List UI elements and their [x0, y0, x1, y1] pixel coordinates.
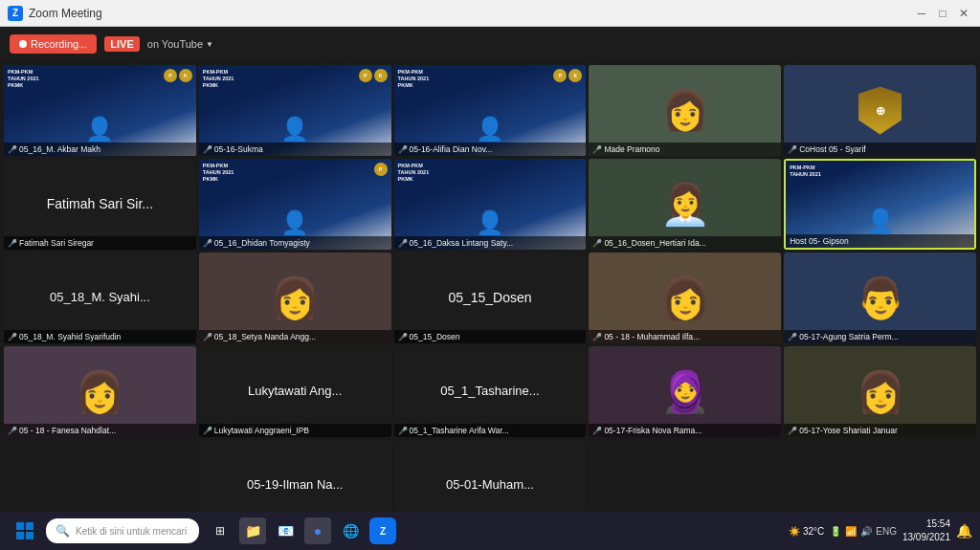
mic-muted-icon-1: 🎤 — [8, 145, 17, 154]
app-icon: Z — [8, 6, 23, 21]
participant-name-13: 05_15_Dosen — [410, 332, 460, 341]
participant-label-3: 🎤 05-16-Alifia Dian Nov... — [394, 143, 587, 156]
participant-tile-16: 👩 🎤 05 - 18 - Fanesa Nahdlat... — [4, 346, 196, 437]
participant-label-16: 🎤 05 - 18 - Fanesa Nahdlat... — [4, 424, 196, 437]
mic-muted-icon-12: 🎤 — [203, 333, 212, 341]
mic-muted-icon-19: 🎤 — [592, 427, 602, 435]
participant-tile-10: PKM-PKMTAHUN 2021 👤 Host 05- Gipson — [784, 159, 976, 250]
participant-name-7: 05_16_Dhidan Tomyagisty — [214, 238, 310, 248]
time-display: 15:54 — [902, 517, 950, 531]
zoom-toolbar: Recording... LIVE on YouTube — [0, 27, 980, 61]
mic-muted-icon-7: 🎤 — [203, 239, 212, 248]
participant-name-8: 05_16_Daksa Lintang Saty... — [410, 238, 514, 248]
participant-tile-12: 👩 🎤 05_18_Setya Nanda Angg... — [199, 253, 391, 343]
participant-name-large-17: Lukytawati Ang... — [244, 380, 345, 404]
participant-name-2: 05-16-Sukma — [214, 144, 263, 154]
mic-muted-icon-3: 🎤 — [398, 145, 408, 154]
search-icon: 🔍 — [56, 524, 70, 538]
participant-label-17: 🎤 Lukytawati Anggraeni_IPB — [199, 424, 391, 437]
record-dot — [19, 40, 27, 48]
participant-name-large-11: 05_18_M. Syahi... — [46, 286, 154, 310]
mic-muted-icon-18: 🎤 — [398, 427, 408, 435]
participant-name-10: Host 05- Gipson — [790, 236, 848, 246]
participant-label-8: 🎤 05_16_Daksa Lintang Saty... — [394, 236, 587, 250]
taskbar-right: ☀️ 32°C 🔋 📶 🔊 ENG 15:54 13/09/2021 🔔 — [789, 517, 972, 544]
recording-label: Recording... — [31, 38, 87, 50]
participant-tile-4: 👩 🎤 Made Pramono — [589, 65, 781, 156]
participant-name-3: 05-16-Alifia Dian Nov... — [410, 144, 493, 154]
participant-label-11: 🎤 05_18_M. Syahid Syarifudin — [4, 330, 196, 343]
participant-label-12: 🎤 05_18_Setya Nanda Angg... — [199, 330, 391, 343]
mic-muted-icon-4: 🎤 — [592, 145, 602, 154]
participant-tile-18: 05_1_Tasharine... 🎤 05_1_Tasharine Arifa… — [394, 346, 587, 437]
participant-label-6: 🎤 Fatimah Sari Siregar — [4, 236, 196, 250]
participant-label-14: 🎤 05 - 18 - Muhammad Ilfa... — [589, 330, 781, 343]
participant-name-15: 05-17-Agung Satria Perm... — [799, 332, 898, 341]
participant-label-13: 🎤 05_15_Dosen — [394, 330, 587, 343]
participant-name-5: CoHost 05 - Syarif — [799, 144, 865, 154]
recording-button[interactable]: Recording... — [10, 34, 97, 54]
participant-label-9: 🎤 05_16_Dosen_Hertiari Ida... — [589, 236, 781, 250]
participant-tile-2: PKM-PKMTAHUN 2021PKMK PK 👤 🎤 05-16-Sukma — [199, 65, 391, 156]
participant-tile-3: PKM-PKMTAHUN 2021PKMK PK 👤 🎤 05-16-Alifi… — [394, 65, 587, 156]
file-explorer-icon[interactable]: 📁 — [239, 517, 266, 544]
date-display: 13/09/2021 — [902, 531, 950, 544]
mail-icon[interactable]: 📧 — [272, 517, 299, 544]
meeting-grid: PKM-PKMTAHUN 2021PKMK PK 👤 🎤 05_16_M. Ak… — [0, 61, 980, 512]
participant-tile-17: Lukytawati Ang... 🎤 Lukytawati Anggraeni… — [199, 346, 391, 437]
youtube-button[interactable]: on YouTube — [147, 38, 213, 50]
participant-name-6: Fatimah Sari Siregar — [19, 238, 94, 248]
search-placeholder: Ketik di sini untuk mencari — [76, 526, 187, 537]
temperature: 32°C — [803, 526, 824, 537]
participant-tile-20: 👩 🎤 05-17-Yose Shariati Januar — [784, 346, 976, 437]
participant-name-large-18: 05_1_Tasharine... — [436, 380, 543, 404]
participant-name-12: 05_18_Setya Nanda Angg... — [214, 332, 316, 341]
zoom-taskbar-icon[interactable]: Z — [369, 517, 396, 544]
edge-icon[interactable]: 🌐 — [337, 517, 364, 544]
participant-label-18: 🎤 05_1_Tasharine Arifa War... — [394, 424, 587, 437]
participant-name-large-13: 05_15_Dosen — [444, 285, 535, 310]
participant-tile-14: 👩 🎤 05 - 18 - Muhammad Ilfa... — [589, 253, 781, 343]
participant-name-9: 05_16_Dosen_Hertiari Ida... — [604, 238, 705, 248]
participant-label-15: 🎤 05-17-Agung Satria Perm... — [784, 330, 976, 343]
participant-tile-6: Fatimah Sari Sir... 🎤 Fatimah Sari Sireg… — [4, 159, 196, 250]
mic-muted-icon-15: 🎤 — [788, 333, 797, 341]
close-button[interactable]: ✕ — [955, 5, 972, 22]
taskbar: 🔍 Ketik di sini untuk mencari ⊞ 📁 📧 ● 🌐 … — [0, 512, 980, 550]
participant-tile-8: PKM-PKMTAHUN 2021PKMK 👤 🎤 05_16_Daksa Li… — [394, 159, 587, 250]
maximize-button[interactable]: □ — [934, 5, 951, 22]
participant-name-large-22: 05-19-Ilman Na... — [243, 473, 346, 497]
search-box[interactable]: 🔍 Ketik di sini untuk mencari — [46, 518, 199, 543]
mic-muted-icon-6: 🎤 — [8, 239, 17, 248]
start-button[interactable] — [8, 516, 42, 546]
task-view-button[interactable]: ⊞ — [207, 517, 234, 544]
wifi-icon: 📶 — [845, 526, 857, 537]
participant-name-17: Lukytawati Anggraeni_IPB — [214, 426, 309, 435]
chrome-icon[interactable]: ● — [304, 517, 331, 544]
language-indicator: ENG — [876, 526, 897, 537]
participant-name-20: 05-17-Yose Shariati Januar — [799, 426, 898, 435]
notification-icon[interactable]: 🔔 — [956, 523, 972, 539]
mic-muted-icon-9: 🎤 — [592, 239, 602, 248]
minimize-button[interactable]: ─ — [913, 5, 930, 22]
mic-muted-icon-17: 🎤 — [203, 427, 212, 435]
participant-name-large-6: Fatimah Sari Sir... — [43, 191, 157, 216]
participant-label-19: 🎤 05-17-Friska Nova Rama... — [589, 424, 781, 437]
live-badge: LIVE — [104, 36, 139, 52]
weather-info: ☀️ 32°C — [789, 526, 824, 537]
participant-name-4: Made Pramono — [604, 144, 659, 154]
windows-icon — [16, 522, 33, 539]
title-bar-text: Zoom Meeting — [29, 7, 907, 20]
participant-label-2: 🎤 05-16-Sukma — [199, 143, 391, 156]
participant-label-7: 🎤 05_16_Dhidan Tomyagisty — [199, 236, 391, 250]
taskbar-icons: ⊞ 📁 📧 ● 🌐 Z — [207, 517, 396, 544]
participant-tile-15: 👨 🎤 05-17-Agung Satria Perm... — [784, 253, 976, 343]
mic-muted-icon-13: 🎤 — [398, 333, 408, 341]
participant-label-1: 🎤 05_16_M. Akbar Makh — [4, 143, 196, 156]
battery-icon: 🔋 — [830, 526, 841, 537]
participant-tile-13: 05_15_Dosen 🎤 05_15_Dosen — [394, 253, 587, 343]
participant-label-5: 🎤 CoHost 05 - Syarif — [784, 143, 976, 156]
mic-muted-icon-20: 🎤 — [788, 427, 797, 435]
participant-name-18: 05_1_Tasharine Arifa War... — [410, 426, 509, 435]
participant-tile-19: 🧕 🎤 05-17-Friska Nova Rama... — [589, 346, 781, 437]
